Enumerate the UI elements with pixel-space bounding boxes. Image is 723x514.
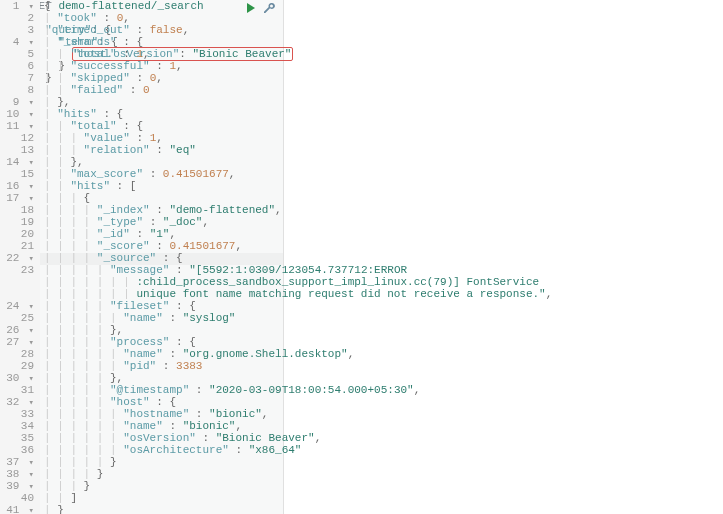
response-code: {| "took" : 0,| "timed_out" : false,| "_… xyxy=(284,0,723,514)
response-viewer[interactable]: 1 ▾234 ▾56789 ▾10 ▾11 ▾121314 ▾1516 ▾17 … xyxy=(284,0,723,514)
